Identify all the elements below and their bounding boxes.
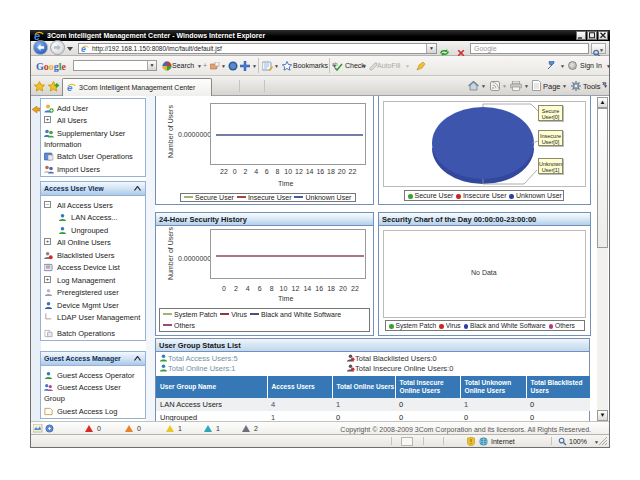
svg-text:8: 8 — [270, 285, 274, 292]
svg-text:6: 6 — [265, 168, 269, 175]
svg-text:18: 18 — [327, 168, 335, 175]
svg-text:12: 12 — [295, 168, 303, 175]
svg-text:16: 16 — [315, 285, 323, 292]
svg-text:22: 22 — [349, 168, 357, 175]
svg-text:22: 22 — [351, 285, 359, 292]
svg-text:4: 4 — [254, 168, 258, 175]
svg-text:20: 20 — [339, 285, 347, 292]
svg-text:ab: ab — [332, 61, 338, 67]
svg-text:22: 22 — [220, 168, 228, 175]
svg-text:14: 14 — [306, 168, 314, 175]
svg-text:2: 2 — [234, 285, 238, 292]
svg-text:4: 4 — [246, 285, 250, 292]
svg-text:14: 14 — [303, 285, 311, 292]
svg-text:10: 10 — [284, 168, 292, 175]
svg-text:20: 20 — [338, 168, 346, 175]
svg-text:6: 6 — [258, 285, 262, 292]
svg-text:12: 12 — [292, 285, 300, 292]
svg-text:0: 0 — [222, 285, 226, 292]
svg-text:8: 8 — [276, 168, 280, 175]
svg-text:2: 2 — [243, 168, 247, 175]
svg-text:16: 16 — [316, 168, 324, 175]
svg-text:10: 10 — [280, 285, 288, 292]
svg-text:0: 0 — [233, 168, 237, 175]
svg-text:18: 18 — [327, 285, 335, 292]
